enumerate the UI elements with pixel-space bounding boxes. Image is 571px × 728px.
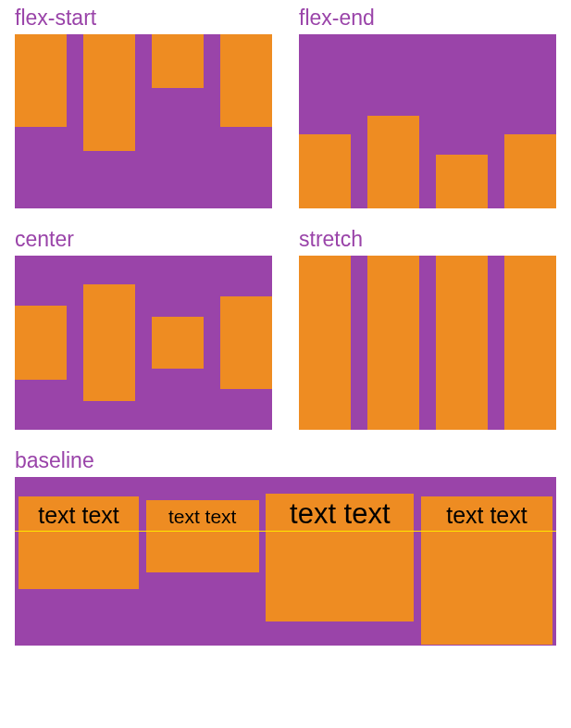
- baseline-item: text text: [146, 500, 259, 572]
- stretch-cell: stretch: [299, 227, 556, 430]
- row-1: flex-start flex-end: [15, 6, 556, 208]
- flex-start-item: [220, 34, 272, 127]
- flex-end-item: [504, 134, 556, 208]
- baseline-item: text text: [19, 496, 139, 589]
- center-container: [15, 256, 272, 430]
- stretch-label: stretch: [299, 227, 556, 252]
- flex-end-item: [299, 134, 351, 208]
- baseline-item: text text: [421, 496, 552, 645]
- flex-start-cell: flex-start: [15, 6, 272, 208]
- flex-end-container: [299, 34, 556, 208]
- baseline-item-text: text text: [446, 502, 528, 529]
- flex-start-container: [15, 34, 272, 208]
- flex-end-item: [367, 116, 419, 208]
- stretch-item: [367, 256, 419, 430]
- baseline-line: [15, 531, 556, 532]
- center-cell: center: [15, 227, 272, 430]
- center-item: [83, 284, 135, 401]
- center-item: [15, 306, 67, 380]
- row-2: center stretch: [15, 227, 556, 430]
- stretch-item: [299, 256, 351, 430]
- baseline-cell: baseline text text text text text text t…: [15, 448, 556, 646]
- flex-end-cell: flex-end: [299, 6, 556, 208]
- stretch-item: [504, 256, 556, 430]
- center-label: center: [15, 227, 272, 252]
- baseline-item: text text: [266, 494, 414, 621]
- baseline-item-text: text text: [290, 497, 391, 531]
- stretch-item: [436, 256, 488, 430]
- baseline-container: text text text text text text text text: [15, 477, 556, 646]
- flex-start-item: [152, 34, 204, 88]
- flex-start-item: [83, 34, 135, 151]
- baseline-label: baseline: [15, 448, 556, 473]
- baseline-item-text: text text: [38, 502, 119, 529]
- flex-end-label: flex-end: [299, 6, 556, 31]
- flex-start-item: [15, 34, 67, 127]
- center-item: [220, 296, 272, 389]
- center-item: [152, 317, 204, 369]
- flex-end-item: [436, 155, 488, 208]
- flex-start-label: flex-start: [15, 6, 272, 31]
- baseline-item-text: text text: [168, 506, 237, 528]
- stretch-container: [299, 256, 556, 430]
